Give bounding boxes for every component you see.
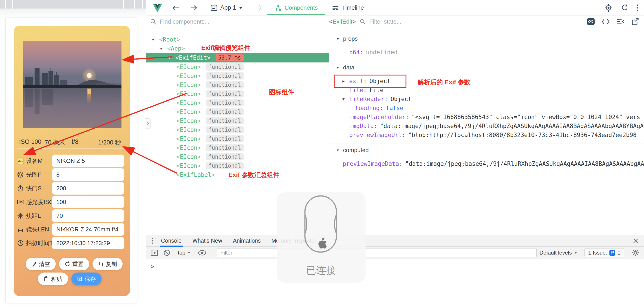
field-label: 设备M <box>26 157 52 165</box>
state-row-loading[interactable]: loading:false <box>329 104 644 113</box>
console-tab-console[interactable]: Console <box>156 235 187 247</box>
apple-logo-icon <box>318 237 327 249</box>
state-section-props[interactable]: ▼props <box>329 34 644 43</box>
colon: : <box>402 132 406 138</box>
context-selector[interactable]: top <box>178 250 190 256</box>
find-components-input[interactable] <box>160 18 286 25</box>
component-tag: <Root> <box>159 36 180 43</box>
tab-timeline[interactable]: Timeline <box>331 0 365 16</box>
functional-badge: functional <box>206 144 244 151</box>
expand-arrow-icon[interactable]: ▼ <box>160 47 167 51</box>
code-icon[interactable] <box>602 18 610 25</box>
drawer-more-icon[interactable] <box>152 237 153 244</box>
tree-node-EIcon[interactable]: <EIcon>functional <box>146 72 329 80</box>
tree-node-EIcon[interactable]: <EIcon>functional <box>146 143 329 152</box>
collapse-list-icon[interactable] <box>616 18 624 25</box>
field-input-nikon[interactable] <box>52 155 124 167</box>
filter-state-input[interactable] <box>370 18 459 25</box>
state-row-imagePlaceholder[interactable]: imagePlaceholder:"<svg t="1668863586543"… <box>329 113 644 122</box>
app-page: ISO 10070 毫米f/81/200 秒 Nikon设备M光圈F快门SISO… <box>0 0 146 306</box>
caret-down-icon <box>239 7 242 9</box>
app-selector[interactable]: App 1 <box>210 4 242 12</box>
console-content[interactable]: > <box>146 259 644 306</box>
tree-node-EIcon[interactable]: <EIcon>functional <box>146 80 329 89</box>
tree-node-EIcon[interactable]: <EIcon>functional <box>146 63 329 72</box>
pane-collapse-handle[interactable] <box>145 118 151 129</box>
tree-node-EIcon[interactable]: <EIcon>functional <box>146 107 329 116</box>
back-icon[interactable] <box>172 5 180 11</box>
form-row: 光圈F <box>14 168 130 181</box>
tree-node-EIcon[interactable]: <EIcon>functional <box>146 134 329 143</box>
console-settings-gear-icon[interactable] <box>632 249 639 256</box>
component-tag: <EIcon> <box>176 153 201 160</box>
state-row-imgData[interactable]: imgData:"data:image/jpeg;base64,/9j/4Rlu… <box>329 122 644 131</box>
tree-node-EIcon[interactable]: <EIcon>functional <box>146 125 329 134</box>
tree-node-ExifLabel[interactable]: <ExifLabel> <box>146 170 329 179</box>
tree-node-EIcon[interactable]: <EIcon>functional <box>146 152 329 161</box>
button-重置[interactable]: 重置 <box>59 258 89 270</box>
state-row-previewImageUrl[interactable]: previewImageUrl:"blob:http://localhost:8… <box>329 131 644 140</box>
inspect-dom-icon[interactable] <box>587 18 595 25</box>
tree-node-App[interactable]: ▼<App> <box>146 44 329 53</box>
console-tab-animations[interactable]: Animations <box>228 235 266 247</box>
console-tab-what-s-new[interactable]: What's New <box>187 235 228 247</box>
row-expand-icon[interactable]: ▼ <box>342 97 349 101</box>
colon: : <box>405 114 409 120</box>
tree-node-EIcon[interactable]: <EIcon>functional <box>146 98 329 107</box>
tab-components[interactable]: Components <box>274 0 319 16</box>
field-input-focal[interactable] <box>52 209 124 222</box>
form-row: 快门S <box>14 182 130 195</box>
expand-arrow-icon[interactable]: ▼ <box>168 56 175 60</box>
close-drawer-icon[interactable] <box>632 238 639 244</box>
component-tag: <EIcon> <box>176 127 201 133</box>
select-component-target-icon[interactable] <box>604 4 613 12</box>
field-input-iso[interactable] <box>52 196 124 208</box>
console-tabbar: ConsoleWhat's NewAnimationsMemory Inspec… <box>146 235 644 247</box>
field-input-lens[interactable] <box>52 223 124 236</box>
preview-photo[interactable] <box>23 41 122 128</box>
expand-arrow-icon[interactable]: ▼ <box>152 38 159 42</box>
field-input-time[interactable] <box>52 237 124 249</box>
tree-node-EIcon[interactable]: <EIcon>functional <box>146 161 329 170</box>
button-粘贴[interactable]: 粘贴 <box>38 272 68 285</box>
state-row-file[interactable]: file:File <box>329 86 644 95</box>
field-input-shutter[interactable] <box>52 182 124 195</box>
console-drawer: ConsoleWhat's NewAnimationsMemory Inspec… <box>146 235 644 306</box>
component-tag: <EIcon> <box>176 135 201 142</box>
console-filter-input[interactable] <box>217 248 537 257</box>
strip-divider <box>134 0 135 9</box>
console-sidebar-icon[interactable] <box>151 249 158 256</box>
clear-console-icon[interactable] <box>163 249 170 256</box>
state-row-b64[interactable]: b64:undefined <box>329 48 644 57</box>
open-in-editor-icon[interactable] <box>631 18 639 25</box>
button-保存[interactable]: 保存 <box>72 272 102 285</box>
form-row: ISO感光度ISO <box>14 196 130 208</box>
field-input-aperture[interactable] <box>52 168 124 181</box>
tree-node-Root[interactable]: ▼<Root> <box>146 35 329 44</box>
tree-node-EIcon[interactable]: <EIcon>functional <box>146 116 329 125</box>
button-label: 重置 <box>72 260 84 268</box>
live-expression-eye-icon[interactable] <box>198 249 206 256</box>
state-row-previewImageData[interactable]: previewImageData:"data:image/jpeg;base64… <box>329 159 644 168</box>
tree-node-ExifEdit[interactable]: ▼<ExifEdit>53.7 ms <box>146 53 329 63</box>
aperture-icon <box>17 171 25 178</box>
state-row-exif[interactable]: ▶exif:Object <box>329 77 644 86</box>
forward-icon[interactable] <box>190 5 198 11</box>
tree-node-EIcon[interactable]: <EIcon>functional <box>146 89 329 98</box>
strip-divider <box>123 0 124 9</box>
log-levels-selector[interactable]: Default levels <box>540 250 577 256</box>
refresh-icon[interactable] <box>620 4 628 12</box>
row-expand-icon[interactable]: ▶ <box>342 79 349 83</box>
functional-badge: functional <box>206 99 244 107</box>
state-section-data[interactable]: ▼data <box>329 63 644 72</box>
issues-counter[interactable]: 1 Issue: 1 <box>584 248 624 257</box>
colon: : <box>399 160 402 167</box>
caret-down-icon <box>574 252 577 254</box>
functional-badge: functional <box>206 135 244 142</box>
state-section-computed[interactable]: ▼computed <box>329 146 644 155</box>
state-row-fileReader[interactable]: ▼fileReader:Object <box>329 95 644 104</box>
more-menu-icon[interactable] <box>636 4 638 12</box>
button-复制[interactable]: 复制 <box>92 258 122 270</box>
shutter-icon <box>17 185 25 192</box>
button-清空[interactable]: 清空 <box>26 258 56 270</box>
